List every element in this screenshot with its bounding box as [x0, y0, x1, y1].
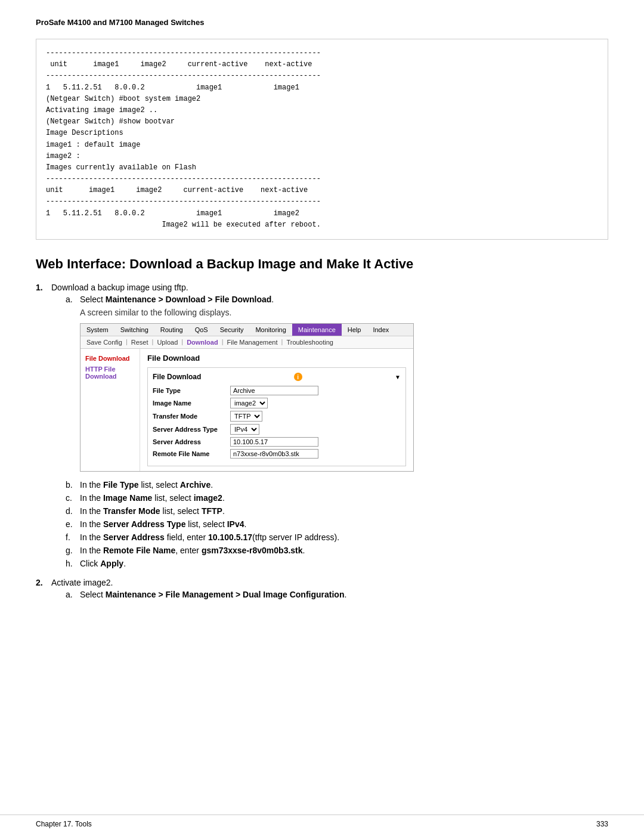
nav-switching[interactable]: Switching	[114, 324, 154, 336]
footer-left: Chapter 17. Tools	[36, 820, 92, 828]
page-header: ProSafe M4100 and M7100 Managed Switches	[36, 18, 608, 27]
main-title: File Download	[147, 354, 406, 363]
step-1a-bold: Maintenance > Download > File Download	[106, 295, 271, 304]
web-interface-screenshot: System Switching Routing QoS Security Mo…	[80, 323, 414, 472]
step-2a-post: .	[344, 590, 346, 599]
step-1f-pre: In the	[80, 532, 103, 542]
image-name-value-container: image2	[230, 398, 268, 408]
remote-file-label: Remote File Name	[153, 450, 230, 457]
step-1g-post: .	[303, 546, 305, 555]
remote-file-value-container	[230, 449, 318, 459]
nav-help[interactable]: Help	[342, 324, 367, 336]
nav-system[interactable]: System	[80, 324, 114, 336]
step-2a-bold: Maintenance > File Management > Dual Ima…	[106, 590, 345, 599]
step-1e-pre: In the	[80, 519, 103, 529]
nav-qos[interactable]: QoS	[189, 324, 214, 336]
step-1c-bold1: Image Name	[103, 493, 152, 503]
step-1f-post: (tftp server IP address).	[252, 532, 339, 542]
step-1g-mid: , enter	[175, 546, 202, 555]
step-1e-bold2: IPv4	[227, 519, 244, 529]
step-1b-content: In the File Type list, select Archive.	[80, 480, 608, 490]
step-1d-pre: In the	[80, 506, 103, 516]
step-1d: d. In the Transfer Mode list, select TFT…	[66, 506, 608, 516]
footer-right: 333	[596, 820, 608, 828]
field-remote-file: Remote File Name	[153, 449, 401, 459]
transfer-mode-label: Transfer Mode	[153, 413, 230, 420]
step-1c-content: In the Image Name list, select image2.	[80, 493, 608, 503]
step-1a-letter: a.	[66, 295, 76, 304]
step-1e-post: .	[244, 519, 247, 529]
sub-save-config[interactable]: Save Config	[84, 338, 125, 346]
sub-nav: Save Config | Reset | Upload | Download …	[80, 336, 413, 349]
step-1b-letter: b.	[66, 480, 76, 490]
nav-bar: System Switching Routing QoS Security Mo…	[80, 324, 413, 336]
step-1g: g. In the Remote File Name, enter gsm73x…	[66, 546, 608, 555]
nav-routing[interactable]: Routing	[154, 324, 189, 336]
step-1c-post: .	[222, 493, 225, 503]
interface-body: File Download HTTP File Download File Do…	[80, 349, 413, 471]
step-1a-post: .	[271, 295, 274, 304]
file-type-value-container	[230, 386, 318, 395]
step-1c-letter: c.	[66, 493, 76, 503]
step-2a: a. Select Maintenance > File Management …	[66, 590, 608, 599]
sub-file-management[interactable]: File Management	[225, 338, 280, 346]
info-icon[interactable]: i	[294, 373, 302, 381]
step-1h-post: .	[123, 559, 126, 568]
step-1g-pre: In the	[80, 546, 103, 555]
drop-arrow-icon[interactable]: ▼	[395, 374, 401, 380]
section-title: Web Interface: Download a Backup Image a…	[36, 256, 608, 272]
step-1a-pre: Select	[80, 295, 106, 304]
step-1f-bold2: 10.100.5.17	[208, 532, 252, 542]
step-1c-pre: In the	[80, 493, 103, 503]
step-1f: f. In the Server Address field, enter 10…	[66, 532, 608, 542]
transfer-mode-select[interactable]: TFTP	[230, 411, 262, 422]
step-1h-letter: h.	[66, 559, 76, 568]
sub-download[interactable]: Download	[184, 338, 221, 346]
sub-troubleshooting[interactable]: Troubleshooting	[284, 338, 335, 346]
step-1g-content: In the Remote File Name, enter gsm73xxse…	[80, 546, 608, 555]
remote-file-input[interactable]	[230, 449, 318, 459]
sidebar-http-file-download[interactable]: HTTP File Download	[83, 364, 137, 381]
step-1: 1. Download a backup image using tftp. a…	[36, 283, 608, 572]
field-image-name: Image Name image2	[153, 398, 401, 408]
step-1-content: Download a backup image using tftp. a. S…	[51, 283, 608, 572]
nav-monitoring[interactable]: Monitoring	[249, 324, 292, 336]
file-type-input[interactable]	[230, 386, 318, 395]
step-1e-bold1: Server Address Type	[103, 519, 186, 529]
step-1-text: Download a backup image using tftp.	[51, 283, 188, 292]
sidebar: File Download HTTP File Download	[80, 349, 140, 471]
file-type-label: File Type	[153, 387, 230, 394]
code-block: ----------------------------------------…	[36, 39, 608, 240]
step-1b-bold2: Archive	[180, 480, 210, 490]
sidebar-file-download[interactable]: File Download	[83, 354, 137, 363]
field-file-type: File Type	[153, 386, 401, 395]
step-1h-content: Click Apply.	[80, 559, 608, 568]
step-1d-content: In the Transfer Mode list, select TFTP.	[80, 506, 608, 516]
step-1a: a. Select Maintenance > Download > File …	[66, 295, 608, 472]
form-panel-title: File Download i ▼	[153, 373, 401, 381]
nav-security[interactable]: Security	[214, 324, 250, 336]
page-footer: Chapter 17. Tools 333	[0, 815, 644, 833]
sub-upload[interactable]: Upload	[154, 338, 180, 346]
nav-maintenance[interactable]: Maintenance	[292, 324, 342, 336]
step-1f-content: In the Server Address field, enter 10.10…	[80, 532, 608, 542]
step-2-text: Activate image2.	[51, 578, 113, 587]
field-server-addr-type: Server Address Type IPv4	[153, 424, 401, 435]
sub-reset[interactable]: Reset	[129, 338, 151, 346]
form-title-text: File Download	[153, 373, 201, 381]
image-name-select[interactable]: image2	[230, 398, 268, 408]
server-addr-input[interactable]	[230, 437, 318, 447]
step-1d-mid: list, select	[160, 506, 202, 516]
server-addr-type-label: Server Address Type	[153, 426, 230, 433]
step-1b-bold1: File Type	[103, 480, 139, 490]
step-1b-post: .	[210, 480, 213, 490]
step-2-num: 2.	[36, 578, 47, 587]
step-1f-mid: field, enter	[165, 532, 208, 542]
step-1g-letter: g.	[66, 546, 76, 555]
server-addr-type-value-container: IPv4	[230, 424, 259, 435]
nav-index[interactable]: Index	[367, 324, 395, 336]
server-addr-type-select[interactable]: IPv4	[230, 424, 259, 435]
step-1b-mid: list, select	[139, 480, 180, 490]
step-1c: c. In the Image Name list, select image2…	[66, 493, 608, 503]
field-transfer-mode: Transfer Mode TFTP	[153, 411, 401, 422]
